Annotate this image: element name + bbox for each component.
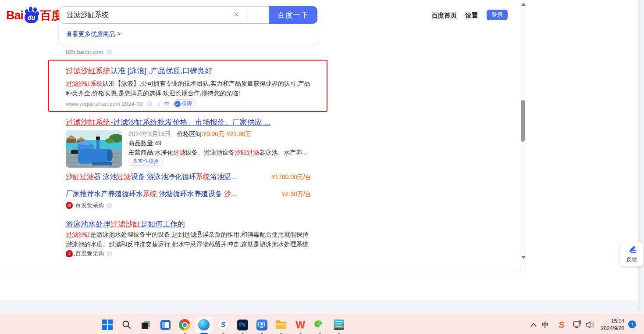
photoshop-button[interactable]: Ps: [234, 316, 251, 333]
clock-date: 2024/9/20: [593, 325, 624, 332]
aicaigou-label: 百度爱采购: [75, 250, 104, 258]
aicaigou-icon: 采: [66, 202, 73, 209]
notepad-button[interactable]: [330, 316, 348, 333]
ad-result-description: 过滤沙缸系统认准【泳浪】,公司拥有专业的技术团队,实力和产品质量获得业界的认可,…: [66, 79, 310, 98]
widgets-icon: [160, 320, 171, 330]
aicaigou-dropdown-icon-2[interactable]: ▼: [107, 251, 112, 257]
scrollbar-thumb[interactable]: [521, 100, 525, 142]
photoshop-icon: Ps: [237, 320, 248, 330]
taskbar: S Ps W: [0, 315, 644, 334]
more-products-link[interactable]: 查看更多优质商品 >: [66, 30, 121, 38]
wps-office-button[interactable]: W: [292, 316, 309, 333]
search-icon: [121, 320, 132, 330]
taskbar-search-button[interactable]: [118, 316, 135, 333]
authenticity-badge[interactable]: 真实性核验: [128, 157, 163, 166]
login-button[interactable]: 登录: [487, 10, 508, 20]
offer-link-1[interactable]: 沙缸过滤器 泳池过滤设备 游泳池净化循环系统浴池温...: [66, 172, 237, 182]
aicaigou-source-row-2: 采 百度爱采购 ▼: [66, 250, 112, 258]
offer-link-2[interactable]: 厂家推荐水产养殖循环水系统 池塘循环水养殖设备 沙...: [66, 190, 237, 199]
scrollbar-up-arrow[interactable]: [521, 3, 526, 6]
desktop-strip: [0, 310, 644, 315]
search-results-page: Bai du 百度 ✕ 百度一下 百度首页 设置 登录 查看更多优质商品 >: [0, 0, 526, 271]
ad-source-url: www.wejianzhan.com 2024-09: [66, 101, 143, 107]
listing-meta-main-products: 主营商品:水净化过滤设备、游泳池设备沙缸过滤器泳池、水产养...: [128, 149, 307, 157]
task-view-icon: [141, 320, 151, 330]
pencil-icon: [627, 245, 637, 255]
notification-badge[interactable]: 1: [628, 320, 636, 328]
display-cast-icon: [573, 320, 583, 329]
clock-time: 15:14: [593, 318, 624, 325]
ad-result-title[interactable]: 过滤沙缸系统认准 [泳浪] ,产品优质,口碑良好: [66, 66, 212, 76]
edge-button-active[interactable]: [195, 316, 213, 333]
site-dropdown-icon[interactable]: ▼: [107, 49, 112, 55]
ad-source-row: www.wejianzhan.com 2024-09 ▼ 广告 ✓ 保障: [66, 99, 196, 108]
aicaigou-dropdown-icon[interactable]: ▼: [107, 203, 112, 208]
wechat-icon: [314, 320, 325, 330]
tray-display-cast[interactable]: [572, 319, 584, 331]
start-button[interactable]: [99, 316, 116, 333]
taskbar-clock[interactable]: 15:14 2024/9/20: [593, 318, 624, 332]
site-row-b2b: b2b.baidu.com ▼: [66, 49, 112, 55]
browser-window-footer: [0, 301, 638, 310]
s-browser-icon: S: [217, 319, 229, 330]
scrollbar-down-arrow[interactable]: [521, 256, 526, 259]
chevron-up-icon: [530, 323, 537, 327]
offer-price-2: ¥2.30万/台: [267, 190, 311, 198]
listing-thumbnail[interactable]: [66, 130, 122, 168]
tray-chevron-up[interactable]: [528, 319, 539, 331]
aicaigou-source-row: 采 百度爱采购 ▼: [66, 201, 112, 209]
tray-ime-indicator[interactable]: 中: [540, 319, 551, 331]
wechat-button[interactable]: [311, 316, 328, 333]
s-browser-button[interactable]: S: [214, 316, 232, 333]
wps-office-icon: W: [295, 319, 305, 331]
ad-tag: 广告: [158, 100, 170, 108]
listing-meta-quantity: 商品数量:49: [128, 140, 161, 147]
edge-icon: [198, 319, 210, 330]
search-separator: [246, 10, 246, 20]
clear-search-icon[interactable]: ✕: [231, 10, 241, 20]
chrome-icon: [179, 319, 190, 330]
guarantee-badge[interactable]: ✓ 保障: [173, 99, 196, 108]
file-explorer-icon: [275, 320, 287, 330]
ime-pinyin-icon: 中: [542, 321, 549, 329]
baidu-paw-icon: du: [24, 7, 39, 24]
baidu-logo[interactable]: Bai du 百度: [6, 6, 63, 25]
nav-baidu-home[interactable]: 百度首页: [431, 11, 457, 20]
listing-meta-line1: 2024年8月16日 价格区间:¥9.90元-¥21.80万: [128, 130, 252, 138]
organic-result-title[interactable]: 游泳池水处理过滤沙缸是如何工作的: [66, 219, 185, 229]
baidu-logo-text-bai: Bai: [6, 9, 23, 22]
file-explorer-button[interactable]: [272, 316, 290, 333]
aicaigou-icon: 采: [66, 250, 73, 257]
windows-logo-icon: [102, 320, 113, 330]
feedback-button[interactable]: 反馈: [620, 242, 643, 266]
product-card-bottom: 查看更多优质商品 >: [58, 25, 318, 45]
chrome-button[interactable]: [176, 316, 193, 333]
aicaigou-label: 百度爱采购: [75, 201, 104, 209]
offer-price-1: ¥1700.00元/台: [267, 173, 311, 181]
listing-result-title[interactable]: 过滤沙缸系统-过滤沙缸系统批发价格、市场报价、厂家供应 ...: [66, 117, 270, 127]
security-center-icon: [256, 320, 267, 330]
widgets-button[interactable]: [157, 316, 174, 333]
security-center-button[interactable]: [253, 316, 270, 333]
site-url: b2b.baidu.com: [66, 49, 103, 55]
desktop: Bai du 百度 ✕ 百度一下 百度首页 设置 登录 查看更多优质商品 >: [0, 0, 644, 334]
notepad-icon: [334, 320, 344, 330]
nav-settings[interactable]: 设置: [465, 11, 478, 20]
task-view-button[interactable]: [137, 316, 155, 333]
search-button[interactable]: 百度一下: [269, 6, 317, 24]
sogou-input-icon: S: [559, 320, 564, 330]
ad-dropdown-icon[interactable]: ▼: [146, 101, 152, 107]
check-icon: ✓: [174, 101, 181, 107]
tray-sogou-input[interactable]: S: [556, 319, 567, 331]
